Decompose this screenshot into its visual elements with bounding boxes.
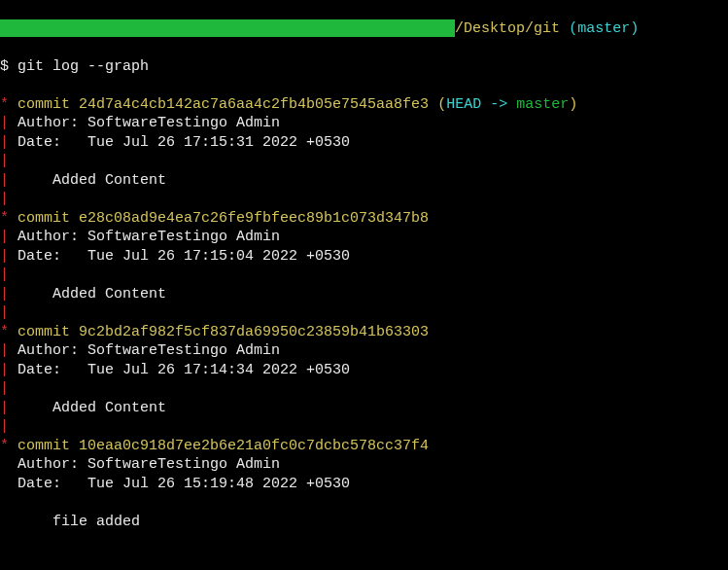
prompt-line-1: /Desktop/git (master): [0, 19, 728, 39]
prompt-symbol: $: [0, 58, 9, 75]
author-line: | Author: SoftwareTestingo Admin: [0, 341, 728, 361]
commit-line: * commit e28c08ad9e4ea7c26fe9fbfeec89b1c…: [0, 209, 728, 229]
commit-line: * commit 10eaa0c918d7ee2b6e21a0fc0c7dcbc…: [0, 437, 728, 456]
message-line: | Added Content: [0, 399, 728, 418]
blank-line: |: [0, 152, 728, 171]
date-line: | Date: Tue Jul 26 17:15:31 2022 +0530: [0, 133, 728, 153]
message-line: | Added Content: [0, 171, 728, 191]
blank-line: [0, 493, 728, 513]
author-line: Author: SoftwareTestingo Admin: [0, 455, 728, 475]
message-line: file added: [0, 513, 728, 532]
author-line: | Author: SoftwareTestingo Admin: [0, 114, 728, 133]
commit-line: * commit 9c2bd2af982f5cf837da69950c23859…: [0, 323, 728, 342]
date-line: | Date: Tue Jul 26 17:15:04 2022 +0530: [0, 247, 728, 267]
blank-line: |: [0, 266, 728, 285]
blank-line: |: [0, 190, 728, 209]
date-line: Date: Tue Jul 26 15:19:48 2022 +0530: [0, 475, 728, 494]
branch-text: (master): [569, 20, 639, 37]
blank-line: [0, 551, 728, 570]
message-line: | Added Content: [0, 285, 728, 304]
date-line: | Date: Tue Jul 26 17:14:34 2022 +0530: [0, 361, 728, 380]
blank-line: |: [0, 303, 728, 323]
blank-line: |: [0, 379, 728, 399]
path-text: /Desktop/git: [455, 20, 560, 37]
blank-line: |: [0, 417, 728, 437]
command-text: git log --graph: [17, 58, 149, 75]
command-line-1: $ git log --graph: [0, 57, 728, 77]
user-host-bar: [0, 19, 455, 37]
terminal-output[interactable]: /Desktop/git (master) $ git log --graph …: [0, 0, 728, 570]
author-line: | Author: SoftwareTestingo Admin: [0, 228, 728, 247]
commit-line: * commit 24d7a4c4cb142ac7a6aa4c2fb4b05e7…: [0, 95, 728, 115]
